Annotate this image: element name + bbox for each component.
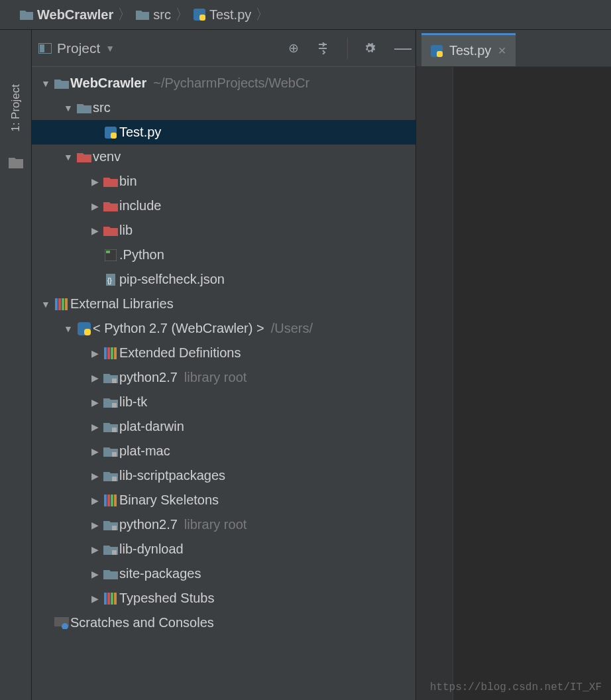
caret-closed-icon: ▶ <box>87 593 102 604</box>
chevron-right-icon: 〉 <box>255 5 270 25</box>
tree-row-libdyn[interactable]: ▶ lib-dynload <box>32 537 416 561</box>
minimize-icon[interactable]: — <box>394 38 409 58</box>
tree-row-platmac[interactable]: ▶ plat-mac <box>32 439 416 463</box>
tree-row-python-env[interactable]: ▼ < Python 2.7 (WebCrawler) > /Users/ <box>32 316 416 341</box>
svg-rect-15 <box>84 329 91 335</box>
breadcrumb-folder[interactable]: src <box>136 7 171 23</box>
tool-window-actions: ⊕ — <box>286 38 409 59</box>
chevron-right-icon: 〉 <box>117 5 132 25</box>
tree-row-python27b[interactable]: ▶ python2.7 library root <box>32 512 416 537</box>
editor-body[interactable] <box>416 67 611 700</box>
autoscroll-icon[interactable] <box>317 42 331 54</box>
caret-closed-icon: ▶ <box>87 176 102 187</box>
python-icon <box>76 322 93 335</box>
caret-open-icon: ▼ <box>61 323 76 334</box>
svg-rect-27 <box>111 495 113 506</box>
excluded-folder-icon <box>76 152 93 162</box>
svg-rect-3 <box>40 44 44 52</box>
svg-rect-20 <box>112 379 117 383</box>
svg-rect-13 <box>65 298 68 310</box>
tree-row-dotpython[interactable]: .Python <box>32 243 416 267</box>
svg-rect-28 <box>114 495 117 506</box>
folder-icon <box>53 78 70 89</box>
left-gutter: 1: Project <box>0 30 32 700</box>
tree-row-external-libraries[interactable]: ▼ External Libraries <box>32 292 416 316</box>
tree-row-include[interactable]: ▶ include <box>32 194 416 218</box>
folder-icon <box>76 103 93 113</box>
json-file-icon: {} <box>102 274 119 286</box>
caret-closed-icon: ▶ <box>87 446 102 457</box>
excluded-folder-icon <box>102 176 119 187</box>
editor-tab-testpy[interactable]: Test.py ✕ <box>421 33 516 66</box>
caret-closed-icon: ▶ <box>87 201 102 211</box>
watermark: https://blog.csdn.net/IT_XF <box>430 681 602 693</box>
locate-icon[interactable]: ⊕ <box>286 40 301 56</box>
svg-rect-22 <box>112 428 117 432</box>
svg-rect-26 <box>107 495 110 506</box>
caret-closed-icon: ▶ <box>87 520 102 530</box>
library-icon <box>102 593 119 605</box>
svg-rect-19 <box>114 347 117 359</box>
excluded-folder-icon <box>102 225 119 236</box>
caret-closed-icon: ▶ <box>87 348 102 359</box>
tree-row-venv[interactable]: ▼ venv <box>32 145 416 169</box>
caret-closed-icon: ▶ <box>87 471 102 481</box>
lib-folder-icon <box>102 446 119 457</box>
caret-closed-icon: ▶ <box>87 495 102 506</box>
library-icon <box>102 347 119 359</box>
tree-row-lib[interactable]: ▶ lib <box>32 218 416 243</box>
tree-row-src[interactable]: ▼ src <box>32 95 416 120</box>
tree-row-python27a[interactable]: ▶ python2.7 library root <box>32 365 416 390</box>
breadcrumb-file[interactable]: Test.py <box>194 7 251 23</box>
caret-closed-icon: ▶ <box>87 569 102 579</box>
excluded-folder-icon <box>102 201 119 211</box>
tree-row-testpy[interactable]: Test.py <box>32 120 416 145</box>
gear-icon[interactable] <box>364 42 378 54</box>
python-file-icon <box>431 45 443 57</box>
tree-row-binskel[interactable]: ▶ Binary Skeletons <box>32 488 416 512</box>
tree-row-pipselfcheck[interactable]: {} pip-selfcheck.json <box>32 267 416 292</box>
tool-window-title[interactable]: Project ▼ <box>38 40 286 56</box>
tree-row-extdef[interactable]: ▶ Extended Definitions <box>32 341 416 365</box>
tree-row-libtk[interactable]: ▶ lib-tk <box>32 390 416 414</box>
tree-row-bin[interactable]: ▶ bin <box>32 169 416 194</box>
breadcrumb: WebCrawler 〉 src 〉 Test.py 〉 <box>0 0 611 30</box>
sidebar-tab-project[interactable]: 1: Project <box>7 76 25 140</box>
python-file-icon <box>102 127 119 139</box>
project-tool-window: Project ▼ ⊕ — ▼ WebCrawler ~/P <box>32 30 416 700</box>
tree-row-platdarwin[interactable]: ▶ plat-darwin <box>32 414 416 439</box>
editor-tabs: Test.py ✕ <box>416 30 611 67</box>
folder-icon[interactable] <box>9 156 23 168</box>
folder-icon <box>20 9 33 20</box>
svg-rect-1 <box>199 15 205 21</box>
caret-open-icon: ▼ <box>61 152 76 162</box>
lib-folder-icon <box>102 520 119 530</box>
breadcrumb-project[interactable]: WebCrawler <box>20 7 113 23</box>
svg-rect-29 <box>112 526 117 530</box>
python-file-icon <box>194 9 205 21</box>
tree-row-project-root[interactable]: ▼ WebCrawler ~/PycharmProjects/WebCr <box>32 71 416 95</box>
tree-row-typeshed[interactable]: ▶ Typeshed Stubs <box>32 586 416 611</box>
project-tree: ▼ WebCrawler ~/PycharmProjects/WebCr ▼ s… <box>32 67 416 700</box>
folder-icon <box>102 569 119 579</box>
svg-rect-24 <box>112 477 117 481</box>
close-icon[interactable]: ✕ <box>498 44 506 57</box>
tree-row-scratches[interactable]: Scratches and Consoles <box>32 611 416 635</box>
lib-folder-icon <box>102 373 119 383</box>
editor-gutter <box>416 67 453 700</box>
svg-rect-7 <box>106 251 110 253</box>
caret-open-icon: ▼ <box>38 78 53 89</box>
caret-closed-icon: ▶ <box>87 422 102 432</box>
svg-rect-25 <box>104 495 107 506</box>
caret-open-icon: ▼ <box>38 299 53 310</box>
svg-rect-5 <box>111 133 117 139</box>
svg-rect-34 <box>114 593 117 605</box>
binary-file-icon <box>102 249 119 261</box>
tree-row-libscript[interactable]: ▶ lib-scriptpackages <box>32 463 416 488</box>
svg-rect-16 <box>104 347 107 359</box>
divider <box>347 38 348 59</box>
tree-row-sitepkg[interactable]: ▶ site-packages <box>32 561 416 586</box>
lib-folder-icon <box>102 397 119 408</box>
svg-rect-10 <box>55 298 58 310</box>
svg-rect-30 <box>112 550 117 555</box>
